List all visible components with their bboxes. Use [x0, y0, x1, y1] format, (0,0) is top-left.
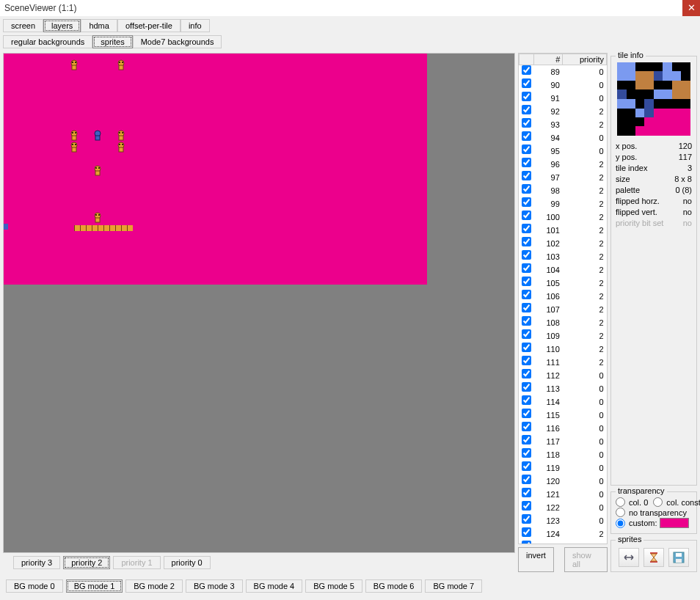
- save-icon[interactable]: [668, 548, 689, 567]
- list-item[interactable]: 1022: [519, 237, 607, 250]
- sprite-gold[interactable]: [115, 130, 127, 142]
- sprite-gold[interactable]: [68, 130, 80, 142]
- list-item[interactable]: 1252: [519, 541, 607, 544]
- row-check[interactable]: [522, 211, 531, 220]
- list-item[interactable]: 982: [519, 184, 607, 197]
- list-item[interactable]: 932: [519, 118, 607, 131]
- row-check[interactable]: [522, 514, 531, 524]
- list-item[interactable]: 1052: [519, 277, 607, 290]
- list-item[interactable]: 1112: [519, 356, 607, 369]
- list-item[interactable]: 890: [519, 65, 607, 79]
- sprite-list[interactable]: # priority 89090091092293294095096297298…: [518, 53, 608, 544]
- custom-color-swatch[interactable]: [660, 518, 689, 528]
- row-check[interactable]: [522, 290, 531, 299]
- row-check[interactable]: [522, 263, 531, 273]
- top-tab-1[interactable]: layers: [43, 19, 81, 32]
- list-item[interactable]: 1130: [519, 382, 607, 395]
- row-check[interactable]: [522, 250, 531, 260]
- sub-tab-0[interactable]: regular backgrounds: [3, 35, 92, 48]
- row-check[interactable]: [522, 144, 531, 154]
- sprite-gold[interactable]: [92, 165, 103, 177]
- list-item[interactable]: 1072: [519, 303, 607, 316]
- list-item[interactable]: 940: [519, 131, 607, 144]
- sprite-bar[interactable]: [74, 224, 133, 230]
- bgmode-tab-7[interactable]: BG mode 7: [425, 579, 482, 593]
- row-check[interactable]: [522, 422, 531, 431]
- row-check[interactable]: [522, 184, 531, 194]
- row-check[interactable]: [522, 527, 531, 537]
- list-item[interactable]: 1210: [519, 488, 607, 501]
- row-check[interactable]: [522, 541, 531, 544]
- list-item[interactable]: 1242: [519, 527, 607, 541]
- list-item[interactable]: 900: [519, 78, 607, 92]
- close-button[interactable]: ✕: [682, 0, 700, 16]
- row-check[interactable]: [522, 105, 531, 114]
- list-item[interactable]: 1082: [519, 316, 607, 329]
- sprite-gold[interactable]: [68, 142, 80, 153]
- row-check[interactable]: [522, 65, 531, 75]
- row-check[interactable]: [522, 237, 531, 246]
- bgmode-tab-4[interactable]: BG mode 4: [246, 579, 303, 593]
- list-item[interactable]: 1120: [519, 369, 607, 382]
- priority-tab-0[interactable]: priority 3: [13, 556, 60, 569]
- list-item[interactable]: 1150: [519, 409, 607, 422]
- list-item[interactable]: 1200: [519, 475, 607, 488]
- row-check[interactable]: [522, 171, 531, 180]
- radio-custom[interactable]: [616, 519, 625, 528]
- row-check[interactable]: [522, 277, 531, 286]
- radio-colconst[interactable]: [653, 497, 663, 507]
- col-priority[interactable]: priority: [563, 54, 607, 65]
- top-tab-3[interactable]: offset-per-tile: [117, 19, 181, 32]
- col-check[interactable]: [519, 54, 534, 65]
- top-tab-2[interactable]: hdma: [81, 19, 117, 32]
- row-check[interactable]: [522, 78, 531, 88]
- sprite-blue[interactable]: [92, 130, 103, 142]
- radio-col0[interactable]: [616, 497, 625, 507]
- row-check[interactable]: [522, 356, 531, 365]
- row-check[interactable]: [522, 501, 531, 511]
- priority-tab-1[interactable]: priority 2: [63, 556, 110, 569]
- show-all-button[interactable]: show all: [564, 547, 608, 572]
- list-item[interactable]: 962: [519, 158, 607, 171]
- col-number[interactable]: #: [534, 54, 563, 65]
- list-item[interactable]: 1220: [519, 501, 607, 514]
- row-check[interactable]: [522, 303, 531, 312]
- list-item[interactable]: 1002: [519, 211, 607, 224]
- sprite-tiny[interactable]: [4, 224, 15, 235]
- bgmode-tab-1[interactable]: BG mode 1: [66, 579, 123, 593]
- row-check[interactable]: [522, 448, 531, 458]
- list-item[interactable]: 1230: [519, 514, 607, 527]
- row-check[interactable]: [522, 475, 531, 484]
- priority-tab-3[interactable]: priority 0: [164, 556, 211, 569]
- row-check[interactable]: [522, 316, 531, 326]
- row-check[interactable]: [522, 329, 531, 339]
- row-check[interactable]: [522, 158, 531, 167]
- list-item[interactable]: 910: [519, 92, 607, 105]
- top-tab-0[interactable]: screen: [3, 19, 43, 32]
- row-check[interactable]: [522, 197, 531, 207]
- list-item[interactable]: 1062: [519, 290, 607, 303]
- row-check[interactable]: [522, 461, 531, 471]
- row-check[interactable]: [522, 395, 531, 405]
- row-check[interactable]: [522, 92, 531, 101]
- sprite-gold[interactable]: [68, 59, 80, 71]
- list-item[interactable]: 950: [519, 144, 607, 158]
- radio-notrans[interactable]: [616, 508, 625, 517]
- scene-canvas[interactable]: [3, 53, 515, 553]
- row-check[interactable]: [522, 409, 531, 418]
- list-item[interactable]: 1140: [519, 395, 607, 409]
- hourglass-icon[interactable]: [644, 548, 664, 567]
- top-tab-4[interactable]: info: [181, 19, 210, 32]
- list-item[interactable]: 1180: [519, 448, 607, 461]
- list-item[interactable]: 922: [519, 105, 607, 118]
- list-item[interactable]: 1092: [519, 329, 607, 343]
- row-check[interactable]: [522, 343, 531, 352]
- row-check[interactable]: [522, 224, 531, 233]
- row-check[interactable]: [522, 435, 531, 444]
- list-item[interactable]: 1042: [519, 263, 607, 277]
- list-item[interactable]: 1190: [519, 461, 607, 475]
- row-check[interactable]: [522, 118, 531, 128]
- row-check[interactable]: [522, 131, 531, 141]
- list-item[interactable]: 1032: [519, 250, 607, 263]
- list-item[interactable]: 1160: [519, 422, 607, 435]
